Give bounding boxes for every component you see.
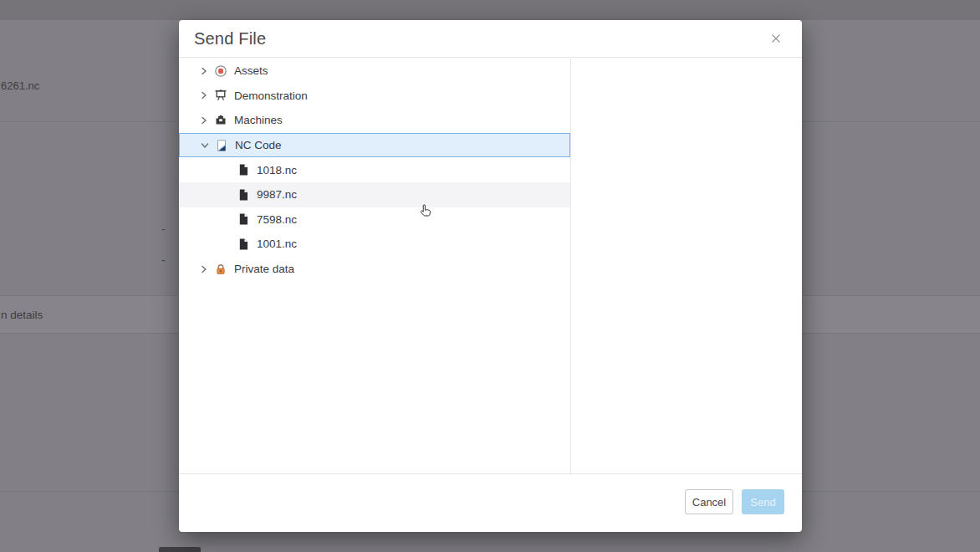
tree-row-1018-nc[interactable]: 1018.nc	[179, 157, 570, 182]
tree-row-label: 1018.nc	[257, 164, 297, 176]
tree-row-1001-nc[interactable]: 1001.nc	[179, 232, 570, 257]
machine-icon	[214, 114, 227, 127]
send-button[interactable]: Send	[742, 489, 784, 514]
chevron-right-icon[interactable]	[197, 64, 211, 78]
tree-row-label: Machines	[234, 114, 283, 126]
dialog-title: Send File	[194, 29, 266, 49]
tree-row-label: Demonstration	[234, 89, 308, 102]
document-icon	[237, 163, 250, 176]
tree-row-demonstration[interactable]: Demonstration	[179, 84, 570, 109]
nc-document-icon	[215, 139, 228, 152]
document-icon	[237, 238, 250, 251]
background-partial-element	[159, 547, 201, 552]
tree-row-label: 1001.nc	[257, 238, 297, 250]
background-partial-section-title: n details	[1, 309, 43, 321]
tree-row-machines[interactable]: Machines	[179, 108, 570, 133]
background-dash-value: -	[161, 253, 166, 267]
background-top-bar	[0, 0, 980, 20]
cancel-button[interactable]: Cancel	[685, 489, 733, 514]
tree-row-label: Assets	[234, 64, 268, 77]
chevron-right-icon[interactable]	[197, 89, 211, 102]
tree-row-9987-nc[interactable]: 9987.nc	[179, 182, 570, 207]
chevron-right-icon[interactable]	[197, 263, 211, 276]
chevron-right-icon[interactable]	[197, 114, 211, 127]
dialog-body: AssetsDemonstrationMachinesNC Code1018.n…	[179, 59, 802, 473]
tree-row-assets[interactable]: Assets	[179, 59, 570, 84]
tree-row-label: 7598.nc	[257, 213, 297, 226]
file-preview-panel	[571, 59, 802, 473]
background-partial-filename: 6261.nc	[1, 79, 39, 92]
dialog-footer: Cancel Send	[179, 473, 802, 532]
presentation-icon	[214, 89, 227, 102]
file-tree: AssetsDemonstrationMachinesNC Code1018.n…	[179, 59, 571, 473]
dialog-header: Send File	[179, 20, 802, 58]
tree-row-nc-code[interactable]: NC Code	[179, 133, 570, 158]
background-dash-value: -	[161, 222, 166, 236]
lock-icon	[214, 263, 227, 276]
tree-row-label: Private data	[234, 263, 294, 275]
tree-row-7598-nc[interactable]: 7598.nc	[179, 207, 570, 233]
chevron-down-icon[interactable]	[198, 139, 212, 152]
close-icon[interactable]	[768, 31, 783, 46]
send-file-dialog: Send File AssetsDemonstrationMachinesNC …	[179, 20, 802, 532]
document-icon	[237, 188, 250, 202]
asset-target-icon	[214, 64, 227, 78]
tree-row-label: NC Code	[235, 139, 282, 151]
tree-row-private-data[interactable]: Private data	[179, 257, 570, 282]
document-icon	[237, 212, 250, 226]
screen: 6261.nc n details - - Send File AssetsDe…	[0, 0, 980, 552]
tree-row-label: 9987.nc	[257, 188, 297, 201]
